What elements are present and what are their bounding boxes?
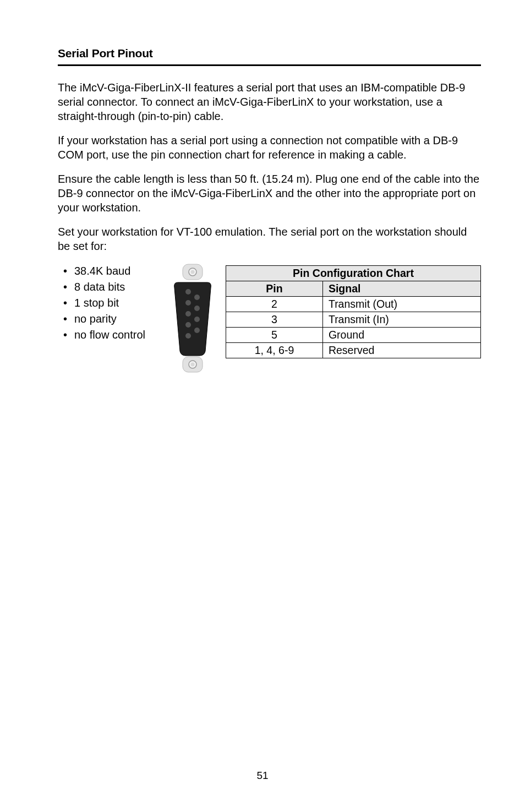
- bullet-stopbit: 1 stop bit: [74, 295, 173, 311]
- table-section: Pin Configuration Chart Pin Signal 2 Tra…: [226, 263, 481, 358]
- bullet-parity: no parity: [74, 311, 173, 327]
- svg-point-7: [185, 311, 191, 317]
- svg-point-8: [194, 317, 200, 322]
- table-row: Pin Signal: [226, 281, 481, 297]
- cell-signal: Reserved: [322, 343, 480, 358]
- table-row: 3 Transmit (In): [226, 312, 481, 328]
- content-row: 38.4K baud 8 data bits 1 stop bit no par…: [58, 263, 481, 375]
- paragraph-3: Ensure the cable length is less than 50 …: [58, 172, 481, 215]
- title-divider: [58, 64, 481, 66]
- column-signal: Signal: [322, 281, 480, 297]
- paragraph-2: If your workstation has a serial port us…: [58, 133, 481, 162]
- cell-signal: Transmit (In): [322, 312, 480, 328]
- bullet-flowcontrol: no flow control: [74, 327, 173, 343]
- cell-pin: 3: [226, 312, 323, 328]
- db9-connector-icon: [173, 263, 212, 373]
- db9-connector-image: [173, 263, 226, 375]
- bullet-baud: 38.4K baud: [74, 263, 173, 279]
- paragraph-4: Set your workstation for VT-100 emulatio…: [58, 225, 481, 253]
- cell-pin: 2: [226, 297, 323, 312]
- svg-point-2: [191, 270, 195, 274]
- svg-point-11: [185, 333, 191, 339]
- svg-point-3: [185, 289, 191, 295]
- table-row: Pin Configuration Chart: [226, 266, 481, 281]
- page-number: 51: [0, 770, 525, 782]
- bullet-section: 38.4K baud 8 data bits 1 stop bit no par…: [58, 263, 173, 343]
- table-row: 5 Ground: [226, 328, 481, 343]
- svg-point-6: [194, 306, 200, 311]
- cell-pin: 5: [226, 328, 323, 343]
- cell-signal: Ground: [322, 328, 480, 343]
- cell-pin: 1, 4, 6-9: [226, 343, 323, 358]
- pin-configuration-table: Pin Configuration Chart Pin Signal 2 Tra…: [226, 265, 481, 358]
- svg-point-4: [194, 295, 200, 300]
- svg-point-10: [194, 328, 200, 333]
- cell-signal: Transmit (Out): [322, 297, 480, 312]
- table-header: Pin Configuration Chart: [226, 266, 481, 281]
- paragraph-1: The iMcV-Giga-FiberLinX-II features a se…: [58, 80, 481, 123]
- svg-point-14: [191, 363, 195, 367]
- svg-point-9: [185, 322, 191, 328]
- settings-list: 38.4K baud 8 data bits 1 stop bit no par…: [58, 263, 173, 343]
- svg-point-5: [185, 300, 191, 306]
- table-row: 2 Transmit (Out): [226, 297, 481, 312]
- section-title: Serial Port Pinout: [58, 47, 481, 60]
- bullet-databits: 8 data bits: [74, 279, 173, 295]
- column-pin: Pin: [226, 281, 323, 297]
- table-row: 1, 4, 6-9 Reserved: [226, 343, 481, 358]
